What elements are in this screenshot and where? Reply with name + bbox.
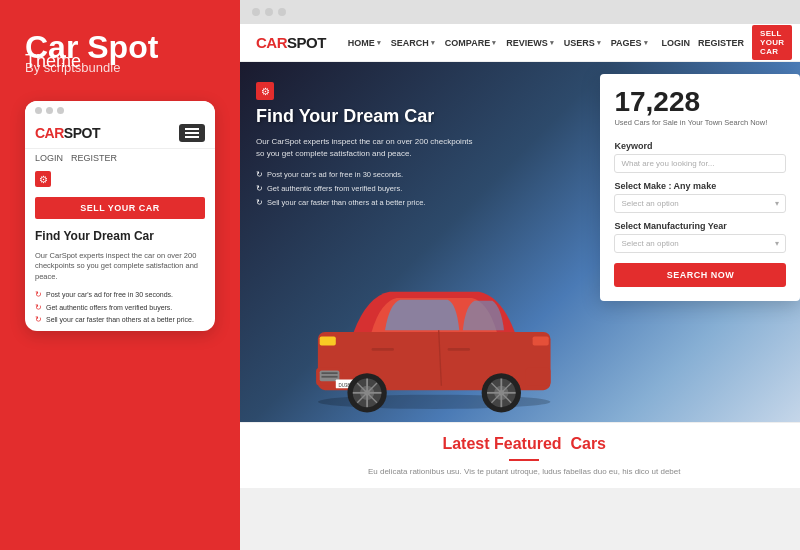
hero-feature-text-3: Sell your car faster than others at a be… xyxy=(267,198,425,208)
featured-divider xyxy=(509,459,539,461)
hero-feature-2: ↻ Get authentic offers from verified buy… xyxy=(256,184,476,194)
left-panel: Car Spot Theme By scriptsbundle CARSPOT … xyxy=(0,0,240,550)
svg-rect-8 xyxy=(321,376,337,378)
mobile-dot-2 xyxy=(46,107,53,114)
keyword-label: Keyword xyxy=(614,141,786,151)
mobile-login-link[interactable]: LOGIN xyxy=(35,153,63,163)
nav-items: HOME ▾ SEARCH ▾ COMPARE ▾ REVIEWS ▾ USER… xyxy=(348,38,648,48)
hero-feature-icon-1: ↻ xyxy=(256,170,263,180)
featured-title-plain: Latest Featured xyxy=(442,435,561,452)
mobile-feature-text-1: Post your car's ad for free in 30 second… xyxy=(46,290,173,299)
nav-reviews[interactable]: REVIEWS ▾ xyxy=(506,38,554,48)
mobile-dot-1 xyxy=(35,107,42,114)
mobile-top-bar xyxy=(25,101,215,118)
nav-compare[interactable]: COMPARE ▾ xyxy=(445,38,496,48)
keyword-field-group: Keyword What are you looking for... xyxy=(614,141,786,173)
gear-icon: ⚙ xyxy=(35,171,51,187)
mobile-gear-bar: ⚙ xyxy=(25,167,215,191)
hero-features: ↻ Post your car's ad for free in 30 seco… xyxy=(256,170,476,209)
feature-icon-3: ↻ xyxy=(35,315,42,325)
nav-home[interactable]: HOME ▾ xyxy=(348,38,381,48)
hero-feature-icon-2: ↻ xyxy=(256,184,263,194)
desktop-logo-spot: SPOT xyxy=(287,34,326,51)
mobile-feature-2: ↻ Get authentic offers from verified buy… xyxy=(35,303,205,313)
browser-dot-2 xyxy=(265,8,273,16)
hero-desc: Our CarSpot experts inspect the car on o… xyxy=(256,136,476,160)
svg-rect-4 xyxy=(448,348,470,351)
nav-pages[interactable]: PAGES ▾ xyxy=(611,38,648,48)
mobile-feature-text-2: Get authentic offers from verified buyer… xyxy=(46,303,172,312)
browser-dot-1 xyxy=(252,8,260,16)
car-illustration: DU38 OD B xyxy=(300,242,568,422)
year-select[interactable]: Select an option ▾ xyxy=(614,234,786,253)
desktop-logo-car: CAR xyxy=(256,34,287,51)
mobile-logo: CARSPOT xyxy=(35,125,100,141)
nav-right: LOGIN REGISTER SELL YOUR CAR xyxy=(662,25,793,60)
make-label: Select Make : Any make xyxy=(614,181,786,191)
svg-rect-10 xyxy=(320,336,336,345)
mobile-sell-button[interactable]: SELL YOUR CAR xyxy=(35,197,205,219)
hamburger-icon[interactable] xyxy=(179,124,205,142)
svg-rect-11 xyxy=(533,336,549,345)
nav-login-link[interactable]: LOGIN xyxy=(662,38,691,48)
year-field-group: Select Manufacturing Year Select an opti… xyxy=(614,221,786,253)
hero-feature-text-1: Post your car's ad for free in 30 second… xyxy=(267,170,403,180)
car-image-area: DU38 OD B xyxy=(300,182,568,422)
logo-spot-text: SPOT xyxy=(64,125,100,141)
keyword-input[interactable]: What are you looking for... xyxy=(614,154,786,173)
mobile-hero-title: Find Your Dream Car xyxy=(25,225,215,249)
mobile-feature-3: ↻ Sell your car faster than others at a … xyxy=(35,315,205,325)
make-chevron-icon: ▾ xyxy=(775,199,779,208)
make-placeholder: Select an option xyxy=(621,199,678,208)
keyword-placeholder: What are you looking for... xyxy=(621,159,714,168)
hero-feature-3: ↻ Sell your car faster than others at a … xyxy=(256,198,476,208)
hero-feature-1: ↻ Post your car's ad for free in 30 seco… xyxy=(256,170,476,180)
hero-feature-text-2: Get authentic offers from verified buyer… xyxy=(267,184,402,194)
mobile-mockup: CARSPOT LOGIN REGISTER ⚙ SELL YOUR CAR F… xyxy=(25,101,215,331)
year-label: Select Manufacturing Year xyxy=(614,221,786,231)
featured-desc: Eu delicata rationibus usu. Vis te putan… xyxy=(324,467,724,476)
search-widget: 17,228 Used Cars for Sale in Your Town S… xyxy=(600,74,800,301)
mobile-login-bar: LOGIN REGISTER xyxy=(25,149,215,167)
search-count: 17,228 xyxy=(614,88,786,116)
browser-dot-3 xyxy=(278,8,286,16)
mobile-features-list: ↻ Post your car's ad for free in 30 seco… xyxy=(25,284,215,331)
featured-title-colored: Cars xyxy=(570,435,606,452)
app-by: By scriptsbundle xyxy=(25,60,215,75)
mobile-logo-bar: CARSPOT xyxy=(25,118,215,149)
svg-rect-9 xyxy=(525,368,550,386)
desktop-nav: CARSPOT HOME ▾ SEARCH ▾ COMPARE ▾ REVIEW… xyxy=(240,24,800,62)
desktop-hero: ⚙ Find Your Dream Car Our CarSpot expert… xyxy=(240,62,800,422)
year-placeholder: Select an option xyxy=(621,239,678,248)
search-now-button[interactable]: SEARCH NOW xyxy=(614,263,786,287)
mobile-register-link[interactable]: REGISTER xyxy=(71,153,117,163)
mobile-feature-text-3: Sell your car faster than others at a be… xyxy=(46,315,194,324)
nav-users[interactable]: USERS ▾ xyxy=(564,38,601,48)
right-panel: CARSPOT HOME ▾ SEARCH ▾ COMPARE ▾ REVIEW… xyxy=(240,0,800,550)
make-select[interactable]: Select an option ▾ xyxy=(614,194,786,213)
desktop-mockup: CARSPOT HOME ▾ SEARCH ▾ COMPARE ▾ REVIEW… xyxy=(240,24,800,550)
svg-rect-7 xyxy=(321,372,337,374)
svg-rect-3 xyxy=(372,348,394,351)
nav-register-link[interactable]: REGISTER xyxy=(698,38,744,48)
featured-title: Latest Featured Cars xyxy=(240,435,800,453)
desktop-bottom: Latest Featured Cars Eu delicata rationi… xyxy=(240,422,800,488)
browser-chrome xyxy=(240,0,800,24)
year-chevron-icon: ▾ xyxy=(775,239,779,248)
hero-gear-icon: ⚙ xyxy=(256,82,274,100)
desktop-logo: CARSPOT xyxy=(256,34,326,51)
hero-feature-icon-3: ↻ xyxy=(256,198,263,208)
mobile-dot-3 xyxy=(57,107,64,114)
nav-search[interactable]: SEARCH ▾ xyxy=(391,38,435,48)
feature-icon-2: ↻ xyxy=(35,303,42,313)
search-count-desc: Used Cars for Sale in Your Town Search N… xyxy=(614,118,786,129)
feature-icon-1: ↻ xyxy=(35,290,42,300)
hero-title: Find Your Dream Car xyxy=(256,106,476,128)
hero-content: ⚙ Find Your Dream Car Our CarSpot expert… xyxy=(256,82,476,209)
mobile-hero-desc: Our CarSpot experts inspect the car on o… xyxy=(25,249,215,285)
logo-car-text: CAR xyxy=(35,125,64,141)
mobile-feature-1: ↻ Post your car's ad for free in 30 seco… xyxy=(35,290,205,300)
make-field-group: Select Make : Any make Select an option … xyxy=(614,181,786,213)
nav-sell-button[interactable]: SELL YOUR CAR xyxy=(752,25,792,60)
